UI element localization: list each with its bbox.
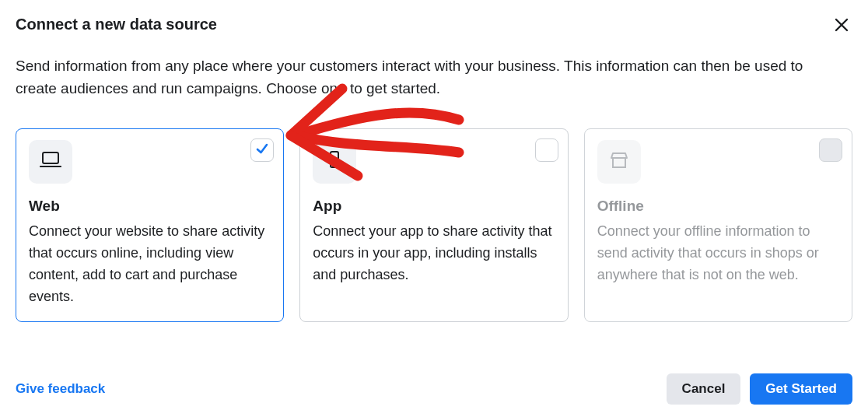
card-offline-description: Connect your offline information to send… <box>597 221 839 286</box>
card-web-checkbox[interactable] <box>250 138 274 162</box>
card-web[interactable]: Web Connect your website to share activi… <box>16 128 284 323</box>
mobile-icon <box>324 151 345 173</box>
dialog-footer: Give feedback Cancel Get Started <box>16 373 852 405</box>
source-options: Web Connect your website to share activi… <box>16 128 852 323</box>
give-feedback-link[interactable]: Give feedback <box>16 381 105 397</box>
app-icon-tile <box>313 140 356 184</box>
cancel-button[interactable]: Cancel <box>667 373 741 405</box>
card-app-description: Connect your app to share activity that … <box>313 221 555 286</box>
close-button[interactable] <box>831 16 852 36</box>
card-web-title: Web <box>29 198 271 215</box>
card-app[interactable]: App Connect your app to share activity t… <box>299 128 568 323</box>
checkmark-icon <box>254 141 270 159</box>
svg-rect-3 <box>613 158 625 167</box>
svg-point-2 <box>334 164 335 166</box>
close-icon <box>834 14 849 37</box>
get-started-button[interactable]: Get Started <box>750 373 852 405</box>
store-icon <box>608 151 630 173</box>
card-app-checkbox[interactable] <box>535 138 558 162</box>
dialog-description: Send information from any place where yo… <box>16 54 840 100</box>
svg-rect-0 <box>43 152 58 163</box>
card-offline-title: Offline <box>597 198 839 215</box>
laptop-icon <box>40 151 61 173</box>
card-offline-checkbox[interactable] <box>819 138 842 162</box>
web-icon-tile <box>29 140 72 184</box>
card-app-title: App <box>313 198 555 215</box>
dialog-title: Connect a new data source <box>16 16 217 33</box>
card-offline[interactable]: Offline Connect your offline information… <box>584 128 852 323</box>
offline-icon-tile <box>597 140 641 184</box>
card-web-description: Connect your website to share activity t… <box>29 221 271 308</box>
